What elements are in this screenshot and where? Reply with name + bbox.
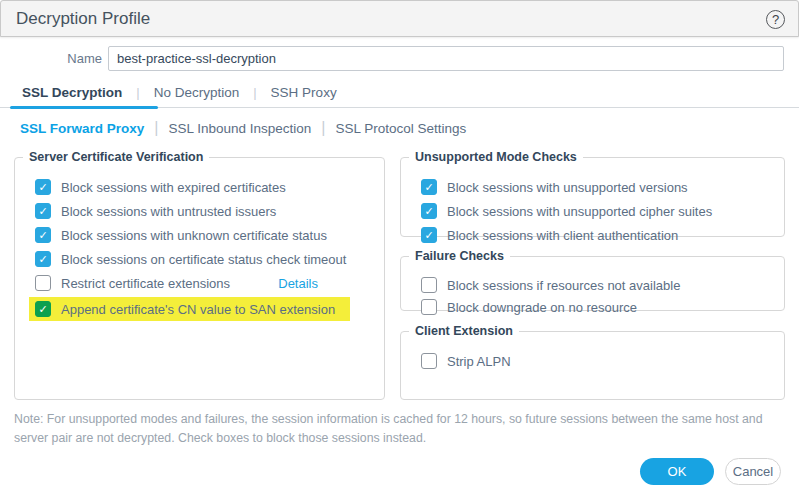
- tab-ssl-decryption[interactable]: SSL Decryption: [14, 85, 130, 107]
- checkbox-label: Block sessions with client authenticatio…: [447, 228, 678, 243]
- section-unsupported-mode-checks: Unsupported Mode Checks ✓Block sessions …: [400, 150, 785, 237]
- content: Server Certificate Verification ✓Block s…: [0, 146, 799, 400]
- checked-checkbox[interactable]: ✓: [35, 301, 51, 317]
- checkbox-list: ✓Block sessions with unsupported version…: [401, 175, 784, 247]
- ok-button[interactable]: OK: [640, 458, 714, 485]
- checkbox-label: Append certificate's CN value to SAN ext…: [61, 302, 335, 317]
- checkbox-list: Strip ALPN: [401, 349, 784, 373]
- footnote: Note: For unsupported modes and failures…: [14, 410, 785, 448]
- checked-checkbox[interactable]: ✓: [35, 203, 51, 219]
- section-title: Failure Checks: [409, 249, 510, 263]
- checkbox-list: Block sessions if resources not availabl…: [401, 274, 784, 318]
- checkbox-row-block-sessions-on-certificate-status-check-timeout: ✓Block sessions on certificate status ch…: [15, 247, 384, 271]
- checked-checkbox[interactable]: ✓: [35, 227, 51, 243]
- checked-checkbox[interactable]: ✓: [35, 251, 51, 267]
- checkbox-row-block-sessions-with-unsupported-cipher-suites: ✓Block sessions with unsupported cipher …: [401, 199, 784, 223]
- checkbox-label: Block downgrade on no resource: [447, 300, 637, 315]
- unchecked-checkbox[interactable]: [421, 299, 437, 315]
- checkbox-row-block-sessions-with-untrusted-issuers: ✓Block sessions with untrusted issuers: [15, 199, 384, 223]
- dialog-header: Decryption Profile ?: [0, 0, 799, 37]
- details-link[interactable]: Details: [278, 276, 318, 291]
- name-label: Name: [0, 51, 108, 66]
- tab-separator: |: [130, 85, 145, 107]
- section-title: Client Extension: [409, 324, 519, 338]
- checkbox-label: Strip ALPN: [447, 354, 511, 369]
- tab-no-decryption[interactable]: No Decryption: [146, 85, 248, 107]
- checkbox-row-block-sessions-with-unknown-certificate-status: ✓Block sessions with unknown certificate…: [15, 223, 384, 247]
- checkbox-row-block-sessions-if-resources-not-available: Block sessions if resources not availabl…: [401, 274, 784, 296]
- checkbox-label: Block sessions with untrusted issuers: [61, 204, 276, 219]
- unchecked-checkbox[interactable]: [35, 275, 51, 291]
- section-title: Unsupported Mode Checks: [409, 150, 583, 164]
- sub-tabs: SSL Forward Proxy|SSL Inbound Inspection…: [0, 108, 799, 146]
- tab-ssh-proxy[interactable]: SSH Proxy: [263, 85, 345, 107]
- section-server-certificate-verification: Server Certificate Verification ✓Block s…: [14, 150, 385, 400]
- checkbox-label: Block sessions with unknown certificate …: [61, 228, 327, 243]
- subtab-ssl-protocol-settings[interactable]: SSL Protocol Settings: [335, 121, 466, 136]
- checked-checkbox[interactable]: ✓: [35, 179, 51, 195]
- cancel-button[interactable]: Cancel: [725, 458, 781, 485]
- checkbox-row-restrict-certificate-extensions: Restrict certificate extensionsDetails: [15, 271, 384, 295]
- dialog-title: Decryption Profile: [1, 9, 150, 29]
- decryption-profile-dialog: Decryption Profile ? Name SSL Decryption…: [0, 0, 799, 500]
- unchecked-checkbox[interactable]: [421, 353, 437, 369]
- help-icon[interactable]: ?: [766, 10, 785, 29]
- subtab-ssl-inbound-inspection[interactable]: SSL Inbound Inspection: [168, 121, 311, 136]
- checkbox-list: ✓Block sessions with expired certificate…: [15, 175, 384, 321]
- checkbox-label: Block sessions with unsupported versions: [447, 180, 688, 195]
- checked-checkbox[interactable]: ✓: [421, 203, 437, 219]
- checkbox-row-block-sessions-with-unsupported-versions: ✓Block sessions with unsupported version…: [401, 175, 784, 199]
- checkbox-label: Block sessions on certificate status che…: [61, 252, 346, 267]
- checked-checkbox[interactable]: ✓: [421, 227, 437, 243]
- section-client-extension: Client Extension Strip ALPN: [400, 324, 785, 400]
- tab-separator: |: [311, 119, 335, 137]
- section-failure-checks: Failure Checks Block sessions if resourc…: [400, 249, 785, 311]
- checkbox-row-block-sessions-with-expired-certificates: ✓Block sessions with expired certificate…: [15, 175, 384, 199]
- checkbox-label: Restrict certificate extensions: [61, 276, 230, 291]
- checkbox-label: Block sessions with unsupported cipher s…: [447, 204, 712, 219]
- unchecked-checkbox[interactable]: [421, 277, 437, 293]
- subtab-ssl-forward-proxy[interactable]: SSL Forward Proxy: [20, 121, 144, 136]
- checkbox-row-block-downgrade-on-no-resource: Block downgrade on no resource: [401, 296, 784, 318]
- checked-checkbox[interactable]: ✓: [421, 179, 437, 195]
- checkbox-label: Block sessions if resources not availabl…: [447, 278, 680, 293]
- right-column: Unsupported Mode Checks ✓Block sessions …: [400, 150, 785, 400]
- checkbox-row-append-certificate-s-cn-value-to-san-extension: ✓Append certificate's CN value to SAN ex…: [29, 297, 350, 321]
- name-row: Name: [0, 46, 789, 71]
- checkbox-label: Block sessions with expired certificates: [61, 180, 286, 195]
- left-column: Server Certificate Verification ✓Block s…: [14, 150, 385, 400]
- checkbox-row-strip-alpn: Strip ALPN: [401, 349, 784, 373]
- tab-separator: |: [247, 85, 262, 107]
- checkbox-row-block-sessions-with-client-authentication: ✓Block sessions with client authenticati…: [401, 223, 784, 247]
- name-input[interactable]: [108, 46, 784, 71]
- tab-separator: |: [144, 119, 168, 137]
- footer: OK Cancel: [640, 458, 781, 485]
- main-tabs: SSL Decryption|No Decryption|SSH Proxy: [0, 83, 799, 108]
- section-title: Server Certificate Verification: [23, 150, 209, 164]
